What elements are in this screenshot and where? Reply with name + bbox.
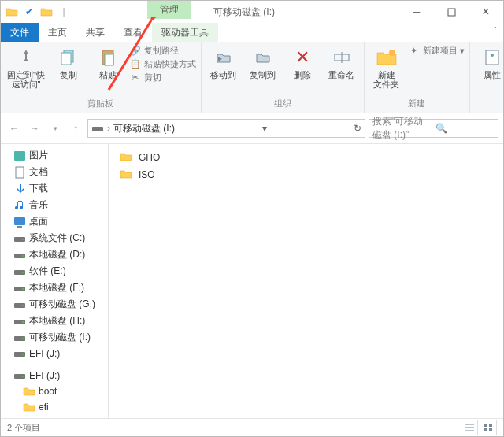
- ribbon: 固定到"快 速访问" 复制 粘贴 🔗复制路径 📋粘贴快捷方式 ✂剪切 剪贴板: [1, 42, 503, 113]
- tree-item[interactable]: EFI (J:): [1, 368, 108, 383]
- nav-tree[interactable]: 图片文档下载音乐桌面系统文件 (C:)本地磁盘 (D:)软件 (E:)本地磁盘 …: [1, 144, 109, 418]
- window-title: 可移动磁盘 (I:): [213, 6, 275, 19]
- rename-button[interactable]: 重命名: [324, 45, 359, 81]
- svg-rect-11: [14, 151, 25, 161]
- address-field[interactable]: › 可移动磁盘 (I:) ▾ ↻: [87, 119, 365, 138]
- svg-point-32: [22, 376, 24, 377]
- qat-check-icon[interactable]: ✔: [21, 4, 37, 20]
- details-view-button[interactable]: [461, 420, 478, 435]
- svg-point-28: [22, 338, 24, 339]
- tab-view[interactable]: 查看: [114, 23, 152, 42]
- drive-icon: [13, 282, 26, 294]
- tree-item-label: 图片: [29, 149, 48, 162]
- refresh-icon[interactable]: ↻: [354, 123, 361, 134]
- tab-file[interactable]: 文件: [1, 23, 39, 42]
- close-button[interactable]: ×: [469, 1, 503, 23]
- folder-icon: [23, 385, 35, 398]
- tree-item[interactable]: 图片: [1, 147, 108, 164]
- tree-item[interactable]: 系统文件 (C:): [1, 230, 108, 246]
- tree-item[interactable]: boot: [1, 383, 108, 399]
- location-text: 可移动磁盘 (I:): [113, 122, 175, 135]
- tree-item-label: 本地磁盘 (H:): [29, 314, 85, 328]
- tree-item-label: 本地磁盘 (F:): [29, 281, 84, 294]
- pin-button[interactable]: 固定到"快 速访问": [6, 45, 46, 91]
- delete-icon: ✕: [291, 46, 313, 69]
- tree-item[interactable]: 软件 (E:): [1, 263, 108, 280]
- content-area: 图片文档下载音乐桌面系统文件 (C:)本地磁盘 (D:)软件 (E:)本地磁盘 …: [1, 144, 503, 418]
- tree-item[interactable]: 可移动磁盘 (G:): [1, 296, 108, 313]
- ribbon-group-open: 属性 📂打开 ▾ ✎编辑 🕓历史记录 打开: [470, 42, 504, 113]
- delete-button[interactable]: ✕删除: [285, 45, 320, 81]
- tree-item[interactable]: 音乐: [1, 197, 108, 213]
- tree-item-label: 文档: [29, 165, 48, 179]
- search-box[interactable]: 搜索"可移动磁盘 (I:)" 🔍: [369, 119, 498, 138]
- svg-rect-35: [484, 424, 487, 427]
- paste-button[interactable]: 粘贴: [91, 45, 125, 81]
- file-list[interactable]: GHOISO: [109, 144, 503, 418]
- ribbon-group-new: 新建 文件夹 ✦新建项目 ▾ 新建: [365, 42, 470, 113]
- new-group-label: 新建: [408, 98, 425, 111]
- copy-path-button[interactable]: 🔗复制路径: [130, 45, 196, 57]
- back-button[interactable]: ←: [6, 120, 23, 137]
- svg-point-9: [491, 54, 494, 57]
- recent-button[interactable]: ▾: [46, 120, 64, 137]
- qat-folder-icon[interactable]: [39, 4, 54, 20]
- shortcut-icon: 📋: [130, 59, 141, 70]
- tree-item[interactable]: EFI (J:): [1, 346, 108, 361]
- tree-item[interactable]: 可移动磁盘 (I:): [1, 329, 108, 346]
- folder-icon[interactable]: [4, 4, 20, 20]
- copy-to-button[interactable]: 复制到: [246, 45, 280, 81]
- tree-item[interactable]: 文档: [1, 164, 108, 180]
- dropdown-icon[interactable]: ▾: [262, 123, 267, 134]
- tree-item[interactable]: 桌面: [1, 213, 108, 230]
- new-folder-button[interactable]: 新建 文件夹: [369, 45, 404, 91]
- svg-rect-13: [14, 217, 25, 225]
- copy-button[interactable]: 复制: [51, 45, 86, 81]
- pictures-icon: [13, 150, 26, 162]
- rename-icon: [331, 46, 353, 69]
- svg-rect-2: [61, 53, 71, 65]
- svg-point-26: [22, 321, 24, 323]
- svg-point-22: [22, 288, 24, 290]
- tab-home[interactable]: 主页: [39, 23, 76, 42]
- folder-icon: [120, 168, 134, 182]
- tab-drive-tools[interactable]: 驱动器工具: [152, 23, 218, 42]
- svg-point-24: [22, 305, 24, 306]
- quick-access-toolbar: ✔ |: [1, 4, 72, 20]
- tree-item-label: 桌面: [29, 215, 48, 228]
- tree-item[interactable]: 本地磁盘 (F:): [1, 280, 108, 296]
- file-item[interactable]: GHO: [117, 149, 495, 166]
- svg-rect-38: [489, 428, 492, 431]
- file-item[interactable]: ISO: [117, 166, 495, 183]
- drive-icon: [13, 347, 26, 360]
- copy-icon: [57, 46, 80, 69]
- icons-view-button[interactable]: [480, 420, 497, 435]
- context-tab-manage[interactable]: 管理: [147, 1, 191, 19]
- tree-item[interactable]: 本地磁盘 (H:): [1, 313, 108, 329]
- move-to-button[interactable]: 移动到: [206, 45, 241, 81]
- svg-rect-37: [484, 428, 487, 431]
- minimize-button[interactable]: ─: [399, 1, 434, 23]
- new-item-button[interactable]: ✦新建项目 ▾: [409, 45, 465, 57]
- svg-point-30: [22, 354, 24, 355]
- tree-item[interactable]: 下载: [1, 180, 108, 197]
- forward-button[interactable]: →: [26, 120, 43, 137]
- maximize-button[interactable]: [434, 1, 469, 23]
- address-bar: ← → ▾ ↑ › 可移动磁盘 (I:) ▾ ↻ 搜索"可移动磁盘 (I:)" …: [1, 113, 503, 144]
- up-button[interactable]: ↑: [67, 120, 84, 137]
- search-icon: 🔍: [435, 123, 495, 134]
- paste-shortcut-button[interactable]: 📋粘贴快捷方式: [130, 58, 196, 70]
- cut-button[interactable]: ✂剪切: [130, 72, 196, 83]
- svg-rect-14: [17, 226, 22, 228]
- tree-item[interactable]: efi: [1, 399, 108, 415]
- ribbon-collapse-icon[interactable]: ˆ: [487, 23, 503, 42]
- status-bar: 2 个项目: [1, 418, 503, 436]
- svg-point-16: [22, 239, 24, 240]
- properties-button[interactable]: 属性: [475, 45, 504, 81]
- tree-item-label: 软件 (E:): [29, 265, 66, 278]
- tree-item-label: 可移动磁盘 (I:): [29, 331, 91, 344]
- pin-icon: [15, 46, 37, 69]
- tab-share[interactable]: 共享: [76, 23, 114, 42]
- move-icon: [213, 46, 235, 69]
- tree-item[interactable]: 本地磁盘 (D:): [1, 246, 108, 263]
